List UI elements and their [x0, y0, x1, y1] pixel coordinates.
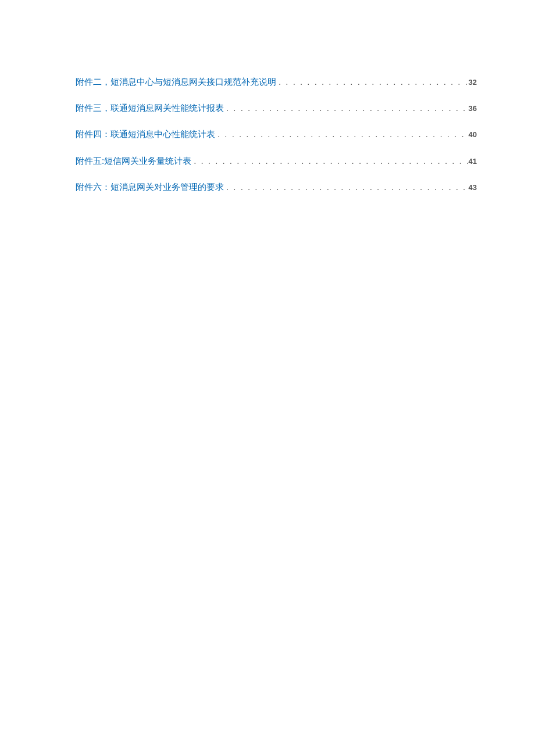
- toc-entry: 附件六：短消息网关对业务管理的要求 . . . . . . . . . . . …: [76, 181, 477, 193]
- toc-leader: . . . . . . . . . . . . . . . . . . . . …: [224, 102, 469, 114]
- toc-page-number: 32: [469, 77, 477, 88]
- toc-page-number: 43: [469, 182, 477, 193]
- toc-link-appendix-5[interactable]: 附件五:短信网关业务量统计表: [76, 155, 191, 167]
- toc-page-number: 36: [469, 103, 477, 114]
- toc-leader: . . . . . . . . . . . . . . . . . . . . …: [276, 76, 469, 88]
- toc-link-appendix-6[interactable]: 附件六：短消息网关对业务管理的要求: [76, 181, 224, 193]
- toc-link-appendix-4[interactable]: 附件四：联通短消息中心性能统计表: [76, 128, 215, 140]
- toc-page-number: 40: [469, 130, 477, 140]
- toc-leader: . . . . . . . . . . . . . . . . . . . . …: [224, 181, 469, 193]
- toc-entry: 附件四：联通短消息中心性能统计表 . . . . . . . . . . . .…: [76, 128, 477, 140]
- toc-link-appendix-2[interactable]: 附件二，短消息中心与短消息网关接口规范补充说明: [76, 76, 276, 88]
- toc-leader: . . . . . . . . . . . . . . . . . . . . …: [191, 155, 468, 167]
- toc-entry: 附件五:短信网关业务量统计表 . . . . . . . . . . . . .…: [76, 155, 477, 167]
- toc-leader: . . . . . . . . . . . . . . . . . . . . …: [215, 128, 469, 140]
- toc-page-number: 41: [469, 156, 477, 167]
- document-page: 附件二，短消息中心与短消息网关接口规范补充说明 . . . . . . . . …: [0, 0, 535, 193]
- toc-link-appendix-3[interactable]: 附件三，联通短消息网关性能统计报表: [76, 102, 224, 114]
- toc-entry: 附件二，短消息中心与短消息网关接口规范补充说明 . . . . . . . . …: [76, 76, 477, 88]
- toc-entry: 附件三，联通短消息网关性能统计报表 . . . . . . . . . . . …: [76, 102, 477, 114]
